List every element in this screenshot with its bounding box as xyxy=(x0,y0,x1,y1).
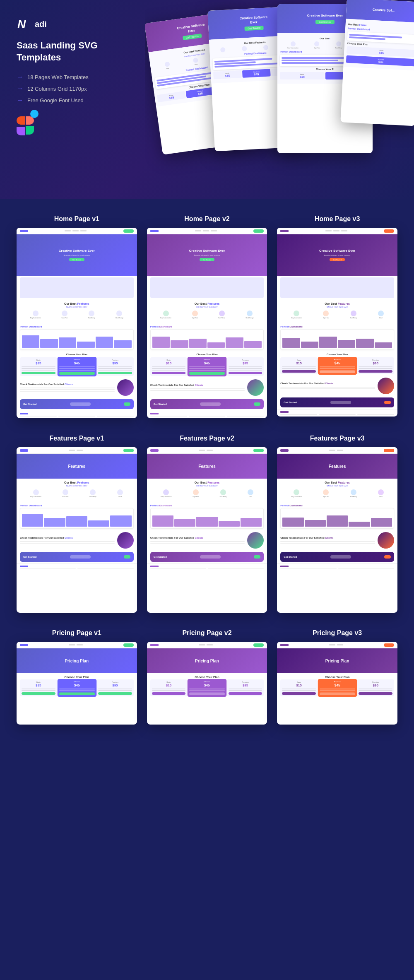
features-v3-cta: Get Started xyxy=(280,552,394,562)
pricing-v1-label: Pricing Page v1 xyxy=(52,629,101,637)
features-v3-preview: Features Our Best Features MAKING YOUR T… xyxy=(277,447,397,613)
features-v1-navbar xyxy=(17,447,137,454)
features-v3-dash: Perfect Dashboard xyxy=(277,503,397,530)
home-v1-features-title: Our Best Features xyxy=(20,302,134,305)
features-v1-title: Features xyxy=(68,464,85,469)
home-v3-nav-btn[interactable] xyxy=(384,229,394,233)
home-v1-price-advance: Advance $45 xyxy=(57,357,96,376)
home-v1-dash-section: Perfect Dashboard xyxy=(17,324,137,352)
home-v1-toggle[interactable] xyxy=(124,402,130,406)
mockup2-title: Creative SoftwareEver xyxy=(239,14,268,25)
features-page-v1-item: Features Page v1 Features Our Best Featu… xyxy=(17,435,137,613)
pricing-v2-header-title: Pricing Plan xyxy=(195,659,219,663)
pricing-v3-content: Choose Your Plan Basic $15 Ad xyxy=(277,673,397,699)
home-v2-nav-btn[interactable] xyxy=(253,229,264,233)
home-v1-nav-btn[interactable] xyxy=(123,229,134,233)
pricing-v1-navbar xyxy=(17,642,137,648)
pricing-v3-header: Pricing Plan xyxy=(277,648,397,673)
figma-icon xyxy=(17,116,35,135)
home-v2-hero: Creative Software Ever Amazing software … xyxy=(147,234,267,276)
feature-item-2: → 12 Columns Grid 1170px xyxy=(17,85,132,92)
features-v1-cta: Get Started xyxy=(20,552,134,562)
logo-name: adi xyxy=(35,19,47,29)
home-v1-dash-title: Perfect Dashboard xyxy=(20,325,134,328)
features-pages-grid: Features Page v1 Features Our Best Featu… xyxy=(17,435,397,613)
features-v1-header: Features xyxy=(17,454,137,479)
features-v2-testimonial: Check Testimonials For Our Satisfied Cli… xyxy=(147,530,267,550)
home-page-v3-item: Home Page v3 Creative Software Ever Amaz… xyxy=(277,215,397,418)
features-v2-preview: Features Our Best Features MAKING YOUR T… xyxy=(147,447,267,613)
features-v3-testimonial: Check Testimonials For Our Satisfied Cli… xyxy=(277,530,397,550)
features-v3-footer xyxy=(277,563,397,571)
features-v2-navbar xyxy=(147,447,267,454)
home-v1-navbar xyxy=(17,228,137,234)
home-v1-dash-box xyxy=(20,329,134,350)
home-v2-hero-btn[interactable]: Get Started xyxy=(200,258,214,261)
home-v1-pricing-section: Choose Your Plan Basic $15 xyxy=(17,352,137,378)
home-v2-preview: Creative Software Ever Amazing software … xyxy=(147,228,267,418)
home-v2-navbar xyxy=(147,228,267,234)
home-v3-navbar xyxy=(277,228,397,234)
mockup1-price-basic: Basic $15 xyxy=(157,91,186,102)
pricing-v2-header: Pricing Plan xyxy=(147,648,267,673)
home-v1-hero: Creative Software Ever Amazing software … xyxy=(17,234,137,276)
home-v2-toggle[interactable] xyxy=(254,402,260,406)
pricing-v1-header-title: Pricing Plan xyxy=(65,659,89,663)
features-v2-label: Features Page v2 xyxy=(180,435,234,442)
home-v3-dash-section: Perfect Dashboard xyxy=(277,324,397,352)
home-v1-preview: Creative Software Ever Amazing software … xyxy=(17,228,137,418)
home-v1-features-sub: MAKING YOUR TASK EASY xyxy=(20,306,134,308)
features-v2-header: Features xyxy=(147,454,267,479)
home-v3-label: Home Page v3 xyxy=(315,215,360,223)
pricing-v2-navbar xyxy=(147,642,267,648)
home-v2-pricing-section: Choose Your Plan Basic $15 xyxy=(147,352,267,378)
features-page-v2-item: Features Page v2 Features Our Best Featu… xyxy=(147,435,267,613)
home-v3-cta: Get Started xyxy=(280,397,394,407)
features-v1-footer xyxy=(17,563,137,571)
home-page-v2-item: Home Page v2 Creative Software Ever Amaz… xyxy=(147,215,267,418)
home-v3-hero-btn[interactable]: Get Started xyxy=(330,258,344,261)
features-v3-content: Our Best Features MAKING YOUR TASK EASY … xyxy=(277,479,397,503)
home-v1-hero-sub: Amazing software for your business xyxy=(64,254,90,256)
home-v1-avatar xyxy=(117,379,134,396)
pricing-pages-grid: Pricing Page v1 Pricing Plan Choose Your… xyxy=(17,629,397,725)
features-v2-cta: Get Started xyxy=(150,552,264,562)
home-pages-grid: Home Page v1 Creative Software Ever Amaz… xyxy=(17,215,397,418)
pricing-v3-navbar xyxy=(277,642,397,648)
hero-title: Saas Landing SVG Templates xyxy=(17,40,132,63)
home-v2-features-section: Our Best Features MAKING YOUR TASK EASY … xyxy=(147,300,267,324)
home-v1-pricing-cards: Basic $15 Advance $45 xyxy=(20,357,134,376)
home-v3-toggle[interactable] xyxy=(384,401,391,404)
home-v3-pricing-section: Choose Your Plan Basic $15 Ad xyxy=(277,352,397,376)
home-v1-hero-btn[interactable]: Get Started xyxy=(69,258,84,261)
home-v3-testimonial: Check Testimonials For Our Satisfied Cli… xyxy=(277,376,397,396)
features-v1-dash: Perfect Dashboard xyxy=(17,503,137,530)
home-v1-footer xyxy=(17,411,137,418)
home-v2-dash-section: Perfect Dashboard xyxy=(147,324,267,352)
features-v1-testimonial: Check Testimonials For Our Satisfied Cli… xyxy=(17,530,137,550)
home-v1-testimonial: Check Testimonials For Our Satisfied Cli… xyxy=(17,378,137,397)
arrow-icon-3: → xyxy=(17,96,23,104)
arrow-icon-2: → xyxy=(17,85,23,92)
features-page-v3-item: Features Page v3 Features Our Best Featu… xyxy=(277,435,397,613)
features-v1-label: Features Page v1 xyxy=(50,435,104,442)
pricing-v2-content: Choose Your Plan Basic $15 Ad xyxy=(147,673,267,699)
home-v3-preview: Creative Software Ever Amazing software … xyxy=(277,228,397,417)
spacer-1 xyxy=(17,418,397,435)
home-v1-hero-title: Creative Software Ever xyxy=(59,249,95,253)
home-v1-price-premium: Premium $95 xyxy=(96,357,134,376)
home-page-v1-item: Home Page v1 Creative Software Ever Amaz… xyxy=(17,215,137,418)
spacer-3 xyxy=(17,725,397,741)
pricing-v1-preview: Pricing Plan Choose Your Plan Basic $15 xyxy=(17,642,137,725)
home-v1-features-section: Our Best Features MAKING YOUR TASK EASY … xyxy=(17,300,137,324)
feature-list: → 18 Pages Web Templates → 12 Columns Gr… xyxy=(17,73,132,104)
mockup1-price-advance: Advance $45 xyxy=(185,87,214,98)
features-v2-content: Our Best Features MAKING YOUR TASK EASY … xyxy=(147,479,267,503)
features-v2-dash: Perfect Dashboard xyxy=(147,503,267,530)
svg-text:N: N xyxy=(17,18,26,31)
pricing-v1-content: Choose Your Plan Basic $15 Ad xyxy=(17,673,137,699)
hero-left-content: N adi Saas Landing SVG Templates → 18 Pa… xyxy=(17,17,132,135)
pricing-v3-label: Pricing Page v3 xyxy=(313,629,362,637)
pricing-v3-preview: Pricing Plan Choose Your Plan Basic $15 xyxy=(277,642,397,725)
pricing-page-v1-item: Pricing Page v1 Pricing Plan Choose Your… xyxy=(17,629,137,725)
